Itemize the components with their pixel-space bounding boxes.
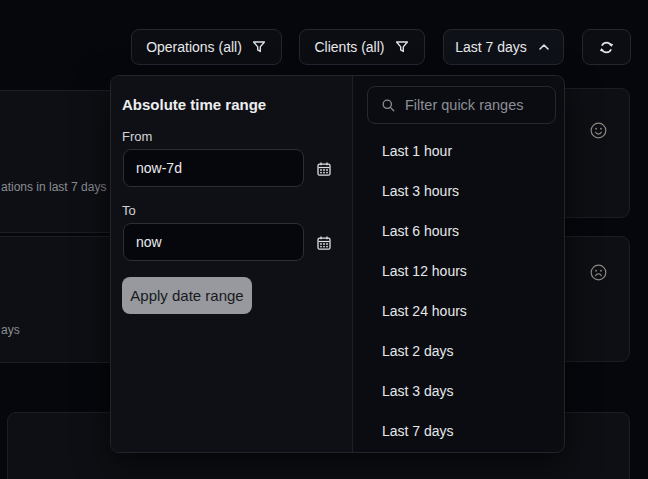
quick-range-option-12h[interactable]: Last 12 hours — [353, 251, 566, 291]
to-calendar-button[interactable] — [310, 230, 338, 256]
chevron-up-icon — [536, 39, 552, 55]
quick-range-search[interactable] — [367, 86, 556, 124]
quick-range-option-1h[interactable]: Last 1 hour — [353, 131, 566, 171]
frowny-face-icon — [590, 264, 607, 281]
clients-filter-button[interactable]: Clients (all) — [299, 29, 425, 65]
absolute-time-range-section: Absolute time range From To — [111, 76, 353, 452]
bg-panel-subtitle-partial: ations in last 7 days — [1, 180, 106, 194]
quick-range-option-6h[interactable]: Last 6 hours — [353, 211, 566, 251]
clients-filter-label: Clients (all) — [314, 39, 384, 55]
calendar-icon — [316, 235, 332, 251]
calendar-icon — [316, 161, 332, 177]
dashboard-screen: ations in last 7 days ays Operations (al… — [0, 0, 648, 479]
absolute-time-range-title: Absolute time range — [122, 96, 266, 113]
operations-filter-label: Operations (all) — [146, 39, 242, 55]
search-icon — [381, 98, 396, 113]
quick-range-option-7d[interactable]: Last 7 days — [353, 411, 566, 451]
quick-range-option-2d[interactable]: Last 2 days — [353, 331, 566, 371]
filter-funnel-icon — [394, 39, 410, 55]
time-range-dropdown: Absolute time range From To — [110, 75, 565, 453]
to-label: To — [122, 203, 136, 218]
smiley-face-icon — [590, 122, 607, 139]
operations-filter-button[interactable]: Operations (all) — [131, 29, 282, 65]
filter-funnel-icon — [251, 39, 267, 55]
from-label: From — [122, 129, 152, 144]
time-range-label: Last 7 days — [455, 39, 527, 55]
to-input[interactable] — [123, 223, 304, 261]
bg-panel-subtitle-partial-2: ays — [1, 323, 20, 337]
quick-range-option-24h[interactable]: Last 24 hours — [353, 291, 566, 331]
quick-range-option-3h[interactable]: Last 3 hours — [353, 171, 566, 211]
refresh-button[interactable] — [582, 29, 631, 65]
quick-range-list: Last 1 hour Last 3 hours Last 6 hours La… — [353, 131, 566, 451]
refresh-icon — [598, 39, 615, 56]
from-calendar-button[interactable] — [310, 156, 338, 182]
time-range-picker-button[interactable]: Last 7 days — [443, 29, 564, 65]
quick-range-search-input[interactable] — [396, 87, 600, 123]
from-input[interactable] — [123, 149, 304, 187]
quick-range-option-3d[interactable]: Last 3 days — [353, 371, 566, 411]
apply-date-range-button[interactable]: Apply date range — [122, 277, 252, 314]
